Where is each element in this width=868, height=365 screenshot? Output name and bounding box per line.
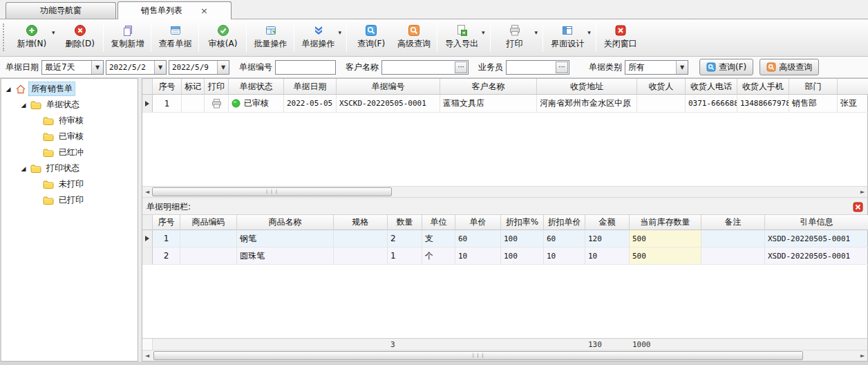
doc-ops-button[interactable]: 单据操作 ▾ (296, 23, 345, 51)
cell-mobile[interactable]: 13488667978 (737, 95, 789, 113)
cell-product-name[interactable]: 钢笔 (237, 230, 334, 247)
expander-icon[interactable]: ◢ (4, 86, 12, 93)
col-stock[interactable]: 当前库存数量 (630, 215, 701, 230)
cell-consignee[interactable] (637, 95, 686, 113)
cell-salesman[interactable]: 张亚 (838, 95, 868, 113)
tab-close-icon[interactable]: × (200, 6, 208, 15)
close-detail-icon[interactable] (853, 202, 863, 212)
chevron-down-icon[interactable]: ▼ (676, 61, 688, 74)
scroll-left-icon[interactable]: ◄ (142, 350, 152, 361)
col-salesman[interactable]: 业务员 (838, 79, 868, 95)
col-consignee[interactable]: 收货人 (637, 79, 686, 95)
print-button[interactable]: 打印 ▾ (493, 23, 541, 51)
chevron-down-icon[interactable]: ▾ (52, 29, 55, 36)
customer-input[interactable] (382, 62, 455, 73)
col-mobile[interactable]: 收货人手机 (737, 79, 789, 95)
expander-icon[interactable]: ◢ (19, 102, 28, 109)
cell-spec[interactable] (334, 247, 388, 265)
tree-item-pending-audit[interactable]: 待审核 (1, 113, 138, 129)
col-department[interactable]: 部门 (789, 79, 838, 95)
tab-function-nav[interactable]: 功能导航窗 (6, 2, 116, 19)
cell-discount-rate[interactable]: 100 (501, 247, 544, 265)
date-to-combo[interactable]: 2022/5/9 ▼ (169, 60, 229, 75)
date-from-combo[interactable]: 2022/5/2 ▼ (106, 60, 167, 75)
chevron-down-icon[interactable]: ▼ (154, 61, 166, 74)
scroll-right-icon[interactable]: ► (858, 187, 867, 197)
cell-unit[interactable]: 个 (422, 247, 455, 265)
master-grid-row[interactable]: 1 已审核 2022-05-05 XSCKD-20220505-0001 蓝猫文… (142, 95, 867, 113)
col-phone[interactable]: 收货人电话 (686, 79, 737, 95)
col-ref-info[interactable]: 引单信息 (765, 215, 868, 230)
col-product-code[interactable]: 商品编码 (180, 215, 237, 230)
cell-date[interactable]: 2022-05-05 (284, 95, 337, 113)
cell-product-name[interactable]: 圆珠笔 (237, 247, 334, 265)
cell-qty[interactable]: 1 (388, 247, 422, 265)
cell-product-code[interactable] (180, 230, 237, 247)
doc-type-combo[interactable]: 所有 ▼ (625, 60, 688, 75)
col-remark[interactable]: 备注 (701, 215, 765, 230)
col-customer[interactable]: 客户名称 (440, 79, 537, 95)
ui-design-button[interactable]: 界面设计 ▾ (545, 23, 594, 51)
tree-item-audited[interactable]: 已审核 (1, 129, 138, 144)
cell-price[interactable]: 10 (455, 247, 501, 265)
cell-price[interactable]: 60 (455, 230, 501, 247)
date-range-combo[interactable]: 最近7天 ▼ (41, 60, 104, 75)
cell-phone[interactable]: 0371-666688 (686, 95, 737, 113)
cell-product-code[interactable] (180, 247, 237, 265)
chevron-down-icon[interactable]: ▼ (217, 61, 229, 74)
tree-item-doc-status[interactable]: ◢ 单据状态 (1, 97, 138, 113)
cell-ref-info[interactable]: XSDD-20220505-0001 (765, 247, 868, 265)
chevron-down-icon[interactable]: ▾ (587, 29, 591, 36)
master-hscrollbar[interactable]: ◄ ❘❘❘ ► (142, 186, 867, 197)
scroll-left-icon[interactable]: ◄ (142, 187, 152, 197)
doc-no-input[interactable] (276, 62, 335, 73)
detail-hscrollbar[interactable]: ◄ ❘❘❘ ► (142, 350, 867, 361)
cell-department[interactable]: 销售部 (789, 95, 838, 113)
chevron-down-icon[interactable]: ▾ (482, 29, 485, 36)
cell-discount-price[interactable]: 10 (544, 247, 585, 265)
delete-button[interactable]: 删除(D) (58, 23, 101, 51)
cell-mark[interactable] (182, 95, 205, 113)
chevron-down-icon[interactable]: ▾ (339, 29, 342, 36)
col-mark[interactable]: 标记 (182, 79, 205, 95)
cell-qty[interactable]: 2 (388, 230, 422, 247)
lookup-ellipsis-icon[interactable]: ··· (455, 62, 467, 73)
cell-discount-price[interactable]: 60 (544, 230, 585, 247)
tree-item-red-flushed[interactable]: 已红冲 (1, 144, 138, 160)
batch-ops-button[interactable]: 批量操作 (249, 23, 292, 51)
tree-item-not-printed[interactable]: 未打印 (1, 176, 138, 192)
cell-seq[interactable]: 2 (153, 247, 180, 265)
col-status[interactable]: 单据状态 (229, 79, 284, 95)
col-print[interactable]: 打印 (205, 79, 229, 95)
tree-item-printed[interactable]: 已打印 (1, 192, 138, 208)
cell-status[interactable]: 已审核 (229, 95, 284, 113)
detail-grid-row[interactable]: 1 钢笔 2 支 60 100 60 120 500 XSDD-20220505… (142, 230, 867, 247)
col-date[interactable]: 单据日期 (284, 79, 337, 95)
col-price[interactable]: 单价 (455, 215, 501, 230)
cell-unit[interactable]: 支 (422, 230, 455, 247)
lookup-ellipsis-icon[interactable]: ··· (556, 62, 568, 73)
cell-ref-info[interactable]: XSDD-20220505-0001 (765, 230, 868, 247)
tree-item-all-sales-orders[interactable]: ◢ 所有销售单 (1, 81, 138, 97)
col-discount-price[interactable]: 折扣单价 (544, 215, 585, 230)
close-window-button[interactable]: 关闭窗口 (598, 23, 641, 51)
scrollbar-thumb[interactable]: ❘❘❘ (152, 187, 392, 196)
col-doc-no[interactable]: 单据编号 (337, 79, 440, 95)
copy-new-button[interactable]: 复制新增 (106, 23, 149, 51)
salesman-input[interactable] (507, 62, 556, 73)
col-seq[interactable]: 序号 (153, 79, 182, 95)
col-seq[interactable]: 序号 (153, 215, 180, 230)
cell-stock[interactable]: 500 (630, 230, 701, 247)
tree-item-print-status[interactable]: ◢ 打印状态 (1, 160, 138, 176)
filter-adv-query-button[interactable]: 高级查询 (760, 59, 819, 75)
col-product-name[interactable]: 商品名称 (237, 215, 334, 230)
add-button[interactable]: 新增(N) ▾ (10, 23, 58, 51)
audit-button[interactable]: 审核(A) (201, 23, 244, 51)
cell-stock[interactable]: 500 (630, 247, 701, 265)
scrollbar-thumb[interactable]: ❘❘❘ (153, 351, 803, 360)
col-address[interactable]: 收货地址 (537, 79, 637, 95)
cell-customer[interactable]: 蓝猫文具店 (440, 95, 537, 113)
detail-grid-row[interactable]: 2 圆珠笔 1 个 10 100 10 10 500 XSDD-20220505… (142, 247, 867, 265)
chevron-down-icon[interactable]: ▼ (91, 61, 103, 74)
toolbar-grip[interactable] (3, 24, 7, 51)
